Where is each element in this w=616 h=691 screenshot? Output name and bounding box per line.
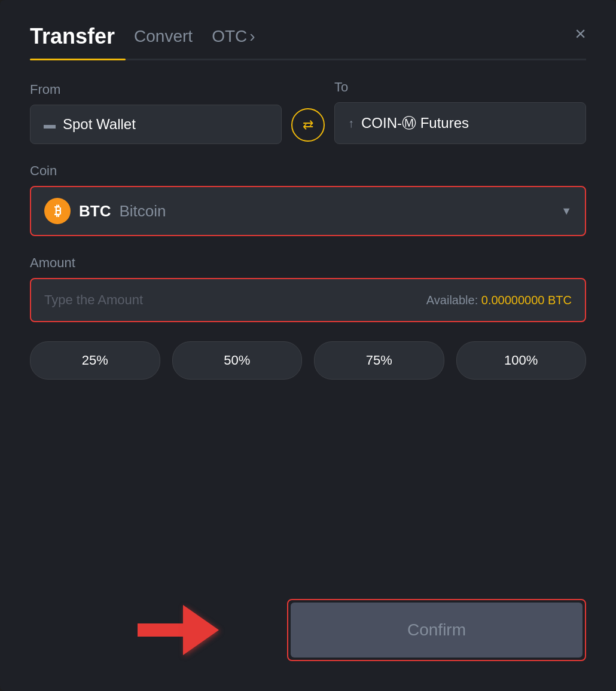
from-wallet-name: Spot Wallet: [63, 116, 136, 133]
coin-chevron-icon: ▼: [561, 205, 572, 218]
swap-button-container: ⇄: [282, 108, 334, 144]
from-to-section: From ▬ Spot Wallet ⇄ To ↑ COIN-Ⓜ Futures: [30, 80, 586, 144]
from-wallet-select[interactable]: ▬ Spot Wallet: [30, 105, 282, 144]
tab-active-indicator: [30, 59, 126, 60]
tab-otc[interactable]: OTC ›: [212, 27, 255, 46]
modal-header: Transfer Convert OTC › ×: [30, 24, 586, 49]
confirm-button[interactable]: Confirm: [291, 603, 583, 658]
coin-symbol: BTC: [79, 202, 111, 221]
pct-75-button[interactable]: 75%: [314, 341, 444, 380]
btc-icon: ₿: [44, 198, 71, 224]
pct-50-button[interactable]: 50%: [172, 341, 303, 380]
arrow-shaft: [138, 623, 185, 637]
amount-section: Amount Type the Amount Available: 0.0000…: [30, 255, 586, 322]
coin-fullname: Bitcoin: [119, 202, 166, 221]
amount-placeholder[interactable]: Type the Amount: [44, 292, 143, 308]
swap-icon: ⇄: [303, 117, 313, 133]
coin-label: Coin: [30, 163, 586, 179]
arrow-indicator: [138, 605, 219, 655]
from-label: From: [30, 82, 282, 97]
confirm-button-wrapper: Confirm: [287, 599, 586, 661]
futures-icon: ↑: [348, 117, 354, 130]
tab-convert[interactable]: Convert: [134, 27, 193, 46]
coin-section: Coin ₿ BTC Bitcoin ▼: [30, 163, 586, 236]
to-label: To: [334, 80, 586, 95]
coin-select-dropdown[interactable]: ₿ BTC Bitcoin ▼: [30, 186, 586, 236]
wallet-card-icon: ▬: [44, 118, 56, 132]
arrow-right-icon: [183, 605, 219, 655]
amount-label: Amount: [30, 255, 586, 271]
to-column: To ↑ COIN-Ⓜ Futures: [334, 80, 586, 144]
from-column: From ▬ Spot Wallet: [30, 82, 282, 144]
pct-100-button[interactable]: 100%: [456, 341, 587, 380]
available-text: Available: 0.00000000 BTC: [426, 293, 572, 307]
transfer-modal: Transfer Convert OTC › × From ▬ Spot Wal…: [0, 0, 616, 691]
tab-underline-container: [30, 59, 586, 60]
available-amount: 0.00000000 BTC: [481, 293, 572, 307]
swap-button[interactable]: ⇄: [291, 108, 325, 142]
tab-transfer[interactable]: Transfer: [30, 24, 115, 49]
to-wallet-select[interactable]: ↑ COIN-Ⓜ Futures: [334, 102, 586, 144]
bottom-section: Confirm: [30, 599, 586, 661]
percentage-buttons: 25% 50% 75% 100%: [30, 341, 586, 380]
close-button[interactable]: ×: [575, 24, 586, 43]
to-wallet-name: COIN-Ⓜ Futures: [361, 114, 469, 133]
amount-input-row: Type the Amount Available: 0.00000000 BT…: [30, 278, 586, 322]
from-to-row: From ▬ Spot Wallet ⇄ To ↑ COIN-Ⓜ Futures: [30, 80, 586, 144]
pct-25-button[interactable]: 25%: [30, 341, 160, 380]
